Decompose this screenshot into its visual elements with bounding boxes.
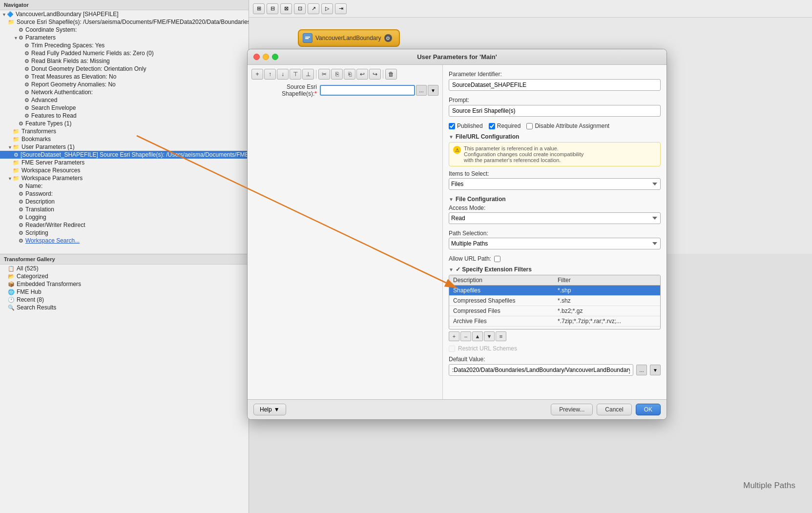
filter-table-row[interactable]: All Files* (449, 327, 660, 329)
nav-tree-item[interactable]: ⚙Parameters (0, 34, 249, 41)
gallery-tree-item[interactable]: 🕐Recent (8) (0, 296, 249, 304)
nav-tree-item[interactable]: ⚙Workspace Search... (0, 237, 249, 245)
toolbar-btn-5[interactable]: ↗ (308, 3, 319, 14)
path-selection-dropdown[interactable]: Single Path Multiple Paths (449, 238, 661, 249)
gallery-tree-item[interactable]: 📋All (525) (0, 265, 249, 272)
nav-tree-item[interactable]: ⚙Reader/Writer Redirect (0, 221, 249, 229)
redo-btn[interactable]: ↪ (369, 69, 381, 80)
nav-tree-item[interactable]: ⚙Network Authentication: (0, 88, 249, 96)
required-checkbox[interactable] (489, 123, 495, 129)
toolbar-btn-1[interactable]: ⊞ (253, 3, 265, 14)
tree-item-label: Read Fully Padded Numeric Fields as: Zer… (31, 50, 154, 57)
param-row-input[interactable] (320, 85, 415, 96)
nav-tree-item[interactable]: 📁Source Esri Shapefile(s): /Users/aeisma… (0, 18, 249, 26)
default-value-browse-btn[interactable]: … (636, 365, 647, 375)
move-top-btn[interactable]: ⊤ (290, 69, 301, 80)
close-button[interactable] (253, 54, 260, 60)
nav-tree-item[interactable]: ⚙Translation (0, 205, 249, 213)
nav-tree-item[interactable]: ⚙Features to Read (0, 112, 249, 120)
nav-tree-item[interactable]: ⚙[SourceDataset_SHAPEFILE] Source Esri S… (0, 151, 249, 159)
filter-table-wrapper[interactable]: Description Filter Shapefiles*.shpCompre… (449, 275, 660, 329)
filter-sort-btn[interactable]: ≡ (496, 331, 506, 341)
minimize-button[interactable] (263, 54, 269, 60)
toolbar-btn-2[interactable]: ⊟ (267, 3, 278, 14)
nav-tree-item[interactable]: 🔷VancouverLandBoundary [SHAPEFILE] (0, 10, 249, 18)
param-browse-btn[interactable]: … (416, 85, 427, 96)
disable-attr-checkbox[interactable] (526, 123, 533, 129)
filter-table-row[interactable]: Compressed Shapefiles*.shz (449, 296, 660, 306)
help-button[interactable]: Help ▼ (253, 404, 286, 415)
tree-item-icon: ⚙ (24, 97, 29, 103)
nav-tree-item[interactable]: ⚙Treat Measures as Elevation: No (0, 73, 249, 81)
toolbar-btn-6[interactable]: ▷ (321, 3, 333, 14)
gallery-tree-item[interactable]: 🔍Search Results (0, 304, 249, 311)
transformer-gallery-tree: 📋All (525)📂Categorized📦Embedded Transfor… (0, 265, 249, 311)
nav-tree-item[interactable]: ⚙Trim Preceding Spaces: Yes (0, 41, 249, 49)
nav-tree-item[interactable]: ⚙Read Fully Padded Numeric Fields as: Ze… (0, 49, 249, 57)
published-checkbox-item[interactable]: Published (449, 123, 483, 129)
param-dropdown-btn[interactable]: ▼ (428, 85, 438, 96)
paste-btn[interactable]: ⎗ (344, 69, 355, 80)
move-up-btn[interactable]: ↑ (264, 69, 276, 80)
filter-down-btn[interactable]: ▼ (484, 331, 495, 341)
nav-tree-item[interactable]: ⚙Name: (0, 182, 249, 190)
filter-table-row[interactable]: Archive Files*.7zip;*.7zip;*.rar;*.rvz;.… (449, 316, 660, 327)
preview-button[interactable]: Preview... (551, 404, 593, 415)
nav-tree-item[interactable]: ⚙Read Blank Fields as: Missing (0, 57, 249, 65)
toolbar-btn-3[interactable]: ⊠ (280, 3, 292, 14)
copy-btn[interactable]: ⎘ (331, 69, 343, 80)
delete-btn[interactable]: 🗑 (385, 69, 397, 80)
prompt-input[interactable] (449, 105, 661, 117)
add-param-btn[interactable]: + (251, 69, 263, 80)
cancel-button[interactable]: Cancel (597, 404, 631, 415)
canvas-node[interactable]: VancouverLandBoundary ⚙ (298, 29, 400, 47)
disable-attr-checkbox-item[interactable]: Disable Attribute Assignment (526, 123, 609, 129)
filter-up-btn[interactable]: ▲ (472, 331, 483, 341)
nav-link[interactable]: Workspace Search... (25, 237, 80, 244)
nav-tree-item[interactable]: 📁Workspace Resources (0, 166, 249, 174)
nav-tree-item[interactable]: 📁Bookmarks (0, 135, 249, 143)
nav-tree-item[interactable]: ⚙Donut Geometry Detection: Orientation O… (0, 65, 249, 73)
toolbar-btn-4[interactable]: ⊡ (294, 3, 306, 14)
nav-tree-item[interactable]: ⚙Logging (0, 213, 249, 221)
nav-tree-item[interactable]: 📁FME Server Parameters (0, 159, 249, 166)
toolbar-btn-7[interactable]: ⇥ (335, 3, 347, 14)
required-checkbox-item[interactable]: Required (489, 123, 521, 129)
maximize-button[interactable] (272, 54, 278, 60)
undo-btn[interactable]: ↩ (356, 69, 368, 80)
filter-table-row[interactable]: Compressed Files*.bz2;*.gz (449, 306, 660, 316)
file-config-section-header[interactable]: ▼ File Configuration (449, 196, 661, 203)
filter-remove-btn[interactable]: – (460, 331, 471, 341)
file-url-section-header[interactable]: ▼ File/URL Configuration (449, 133, 661, 140)
node-gear-icon[interactable]: ⚙ (384, 34, 392, 42)
param-identifier-input[interactable] (449, 79, 661, 91)
nav-tree-item[interactable]: ⚙Search Envelope (0, 104, 249, 112)
gallery-tree-item[interactable]: 📂Categorized (0, 272, 249, 280)
default-value-dropdown-btn[interactable]: ▼ (650, 365, 661, 375)
nav-tree-item[interactable]: 📁Workspace Parameters (0, 174, 249, 182)
gallery-tree-item[interactable]: 🌐FME Hub (0, 288, 249, 296)
move-down-btn[interactable]: ↓ (277, 69, 289, 80)
ok-button[interactable]: OK (636, 404, 661, 415)
specify-ext-section-header[interactable]: ▼ ✓ Specify Extension Filters (449, 266, 661, 273)
filter-add-btn[interactable]: + (449, 331, 459, 341)
access-mode-dropdown[interactable]: Read Write (449, 212, 661, 224)
nav-tree-item[interactable]: ⚙Password: (0, 190, 249, 198)
nav-tree-item[interactable]: 📁Transformers (0, 127, 249, 135)
cut-btn[interactable]: ✂ (318, 69, 330, 80)
move-bottom-btn[interactable]: ⊥ (302, 69, 314, 80)
published-checkbox[interactable] (449, 123, 455, 129)
nav-tree-item[interactable]: ⚙Scripting (0, 229, 249, 237)
nav-tree-item[interactable]: ⚙Description (0, 198, 249, 205)
nav-tree-item[interactable]: ⚙Coordinate System: (0, 26, 249, 34)
nav-tree-item[interactable]: ⚙Advanced (0, 96, 249, 104)
filter-table-row[interactable]: Shapefiles*.shp (449, 286, 660, 296)
allow-url-checkbox[interactable] (494, 256, 500, 262)
default-value-input[interactable] (449, 364, 633, 376)
restrict-url-checkbox[interactable] (449, 346, 455, 352)
nav-tree-item[interactable]: 📁User Parameters (1) (0, 143, 249, 151)
nav-tree-item[interactable]: ⚙Report Geometry Anomalies: No (0, 81, 249, 88)
gallery-tree-item[interactable]: 📦Embedded Transformers (0, 280, 249, 288)
items-to-select-dropdown[interactable]: Files Folders Files and Folders (449, 178, 661, 190)
nav-tree-item[interactable]: ⚙Feature Types (1) (0, 120, 249, 127)
